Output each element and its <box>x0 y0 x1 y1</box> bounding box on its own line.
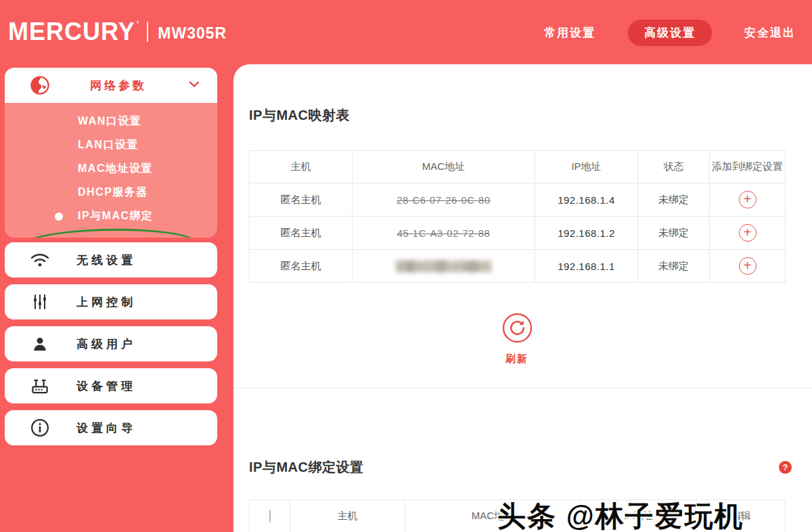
refresh-label: 刷新 <box>505 353 528 365</box>
masked-mac: C8-3C-74-14-46-8A <box>395 260 493 273</box>
add-binding-button[interactable]: + <box>739 191 757 208</box>
subitem-label: IP与MAC绑定 <box>78 209 154 223</box>
active-item-bullet <box>55 213 63 221</box>
sidebar-item-setup-wizard[interactable]: 设置向导 <box>5 410 217 445</box>
brand-trademark: ’ <box>137 19 139 29</box>
nav-advanced-settings[interactable]: 高级设置 <box>628 20 712 46</box>
sidebar-item-wan-settings[interactable]: WAN口设置 <box>5 110 217 133</box>
col-host: 主机 <box>250 151 353 183</box>
sidebar-item-dhcp-server[interactable]: DHCP服务器 <box>5 181 217 204</box>
mac-cell: 45-1C-A3-02-72-88 <box>353 217 535 250</box>
table-row: 匿名主机 C8-3C-74-14-46-8A 192.168.1.1 未绑定 + <box>250 250 786 283</box>
nav-logout[interactable]: 安全退出 <box>742 20 798 46</box>
sidebar-item-network-params[interactable]: 网络参数 <box>5 68 217 103</box>
mac-cell: C8-3C-74-14-46-8A <box>353 250 535 283</box>
binding-section-title: IP与MAC绑定设置 <box>249 458 363 476</box>
subitem-label: MAC地址设置 <box>78 162 153 176</box>
col-host: 主机 <box>290 500 405 532</box>
top-navigation: 常用设置 高级设置 安全退出 <box>541 20 798 46</box>
status-cell: 未绑定 <box>638 217 710 250</box>
col-add-binding: 添加到绑定设置 <box>710 151 786 183</box>
router-icon <box>29 375 51 397</box>
col-mac: MAC地址 <box>353 151 535 183</box>
table-row: 匿名主机 45-1C-A3-02-72-88 192.168.1.2 未绑定 + <box>250 217 786 250</box>
host-cell: 匿名主机 <box>250 250 353 283</box>
nav-common-settings[interactable]: 常用设置 <box>541 20 598 46</box>
ip-cell: 192.168.1.1 <box>535 250 638 283</box>
sidebar-submenu: WAN口设置 LAN口设置 MAC地址设置 DHCP服务器 IP与MAC绑定 <box>5 103 217 238</box>
select-all-cell <box>250 500 290 532</box>
sidebar-item-ip-mac-binding[interactable]: IP与MAC绑定 <box>5 204 217 228</box>
status-cell: 未绑定 <box>638 250 710 283</box>
sidebar-item-wireless-settings[interactable]: 无线设置 <box>5 242 217 278</box>
sidebar-item-mac-address-settings[interactable]: MAC地址设置 <box>5 157 217 181</box>
ip-cell: 192.168.1.4 <box>535 183 638 217</box>
brand-logo: MERCURY ’ MW305R <box>8 18 227 46</box>
content-panel: IP与MAC映射表 主机 MAC地址 IP地址 状态 添加到绑定设置 匿名主机 … <box>233 64 812 532</box>
brand-separator <box>147 22 148 42</box>
mac-cell: 28-C6-07-26-0C-80 <box>353 183 535 217</box>
add-binding-button[interactable]: + <box>739 224 757 242</box>
sidebar-item-label: 设置向导 <box>76 420 136 436</box>
masked-mac: 28-C6-07-26-0C-80 <box>397 194 491 206</box>
person-icon <box>29 333 51 355</box>
table-row: 匿名主机 28-C6-07-26-0C-80 192.168.1.4 未绑定 + <box>250 183 786 217</box>
help-icon[interactable]: ? <box>779 461 792 474</box>
refresh-icon <box>501 312 533 347</box>
status-cell: 未绑定 <box>638 183 710 217</box>
sidebar-item-label: 上网控制 <box>76 294 136 310</box>
page-title: IP与MAC映射表 <box>249 106 350 125</box>
host-cell: 匿名主机 <box>250 183 353 217</box>
col-status: 状态 <box>638 151 710 183</box>
ip-cell: 192.168.1.2 <box>535 217 638 250</box>
select-all-checkbox[interactable] <box>269 510 271 523</box>
router-admin-page: MERCURY ’ MW305R 常用设置 高级设置 安全退出 网络参数 <box>0 0 812 532</box>
sidebar-item-lan-settings[interactable]: LAN口设置 <box>5 133 217 157</box>
model-number: MW305R <box>158 22 227 43</box>
sidebar-item-device-management[interactable]: 设备管理 <box>5 368 217 403</box>
sidebar: 网络参数 WAN口设置 LAN口设置 MAC地址设置 DHCP服务器 IP与MA… <box>0 64 233 532</box>
ip-mac-mapping-table: 主机 MAC地址 IP地址 状态 添加到绑定设置 匿名主机 28-C6-07-2… <box>249 150 786 283</box>
sidebar-item-advanced-user[interactable]: 高级用户 <box>5 326 217 361</box>
sidebar-item-label: 设备管理 <box>76 378 136 394</box>
add-binding-button[interactable]: + <box>739 257 757 275</box>
info-icon <box>29 417 51 439</box>
subitem-label: DHCP服务器 <box>78 185 148 200</box>
wifi-icon <box>29 249 51 271</box>
annotation-ellipse <box>22 227 197 238</box>
sidebar-group-network-params: 网络参数 WAN口设置 LAN口设置 MAC地址设置 DHCP服务器 IP与MA… <box>5 68 217 238</box>
sidebar-group-label: 网络参数 <box>51 78 186 93</box>
sidebar-item-label: 高级用户 <box>76 336 136 352</box>
masked-mac: 45-1C-A3-02-72-88 <box>397 227 491 239</box>
brand-name: MERCURY <box>8 18 135 46</box>
action-cell: + <box>710 217 786 250</box>
chevron-down-icon[interactable] <box>186 76 202 95</box>
subitem-label: LAN口设置 <box>78 138 139 152</box>
watermark: 头条 @林子爱玩机 <box>497 497 744 532</box>
refresh-button[interactable]: 刷新 <box>249 312 785 365</box>
sidebar-item-label: 无线设置 <box>76 252 136 268</box>
header: MERCURY ’ MW305R 常用设置 高级设置 安全退出 <box>0 0 812 64</box>
table-header-row: 主机 MAC地址 IP地址 状态 添加到绑定设置 <box>250 151 786 183</box>
action-cell: + <box>710 250 786 283</box>
sidebar-item-internet-control[interactable]: 上网控制 <box>5 284 217 319</box>
action-cell: + <box>710 183 786 217</box>
host-cell: 匿名主机 <box>250 217 353 250</box>
subitem-label: WAN口设置 <box>78 114 141 129</box>
sliders-icon <box>29 291 51 313</box>
section-divider <box>233 388 812 389</box>
col-ip: IP地址 <box>535 151 638 183</box>
globe-icon <box>29 74 51 96</box>
